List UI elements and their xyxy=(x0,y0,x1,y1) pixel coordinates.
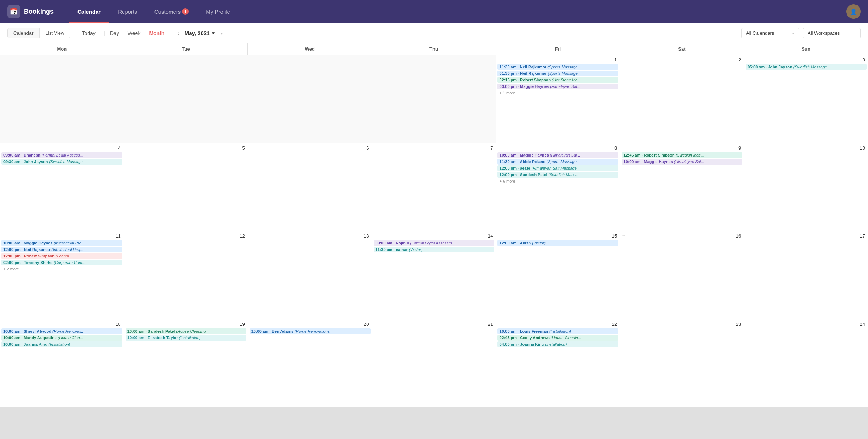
list-view-tab[interactable]: List View xyxy=(39,28,70,38)
date-16: 16 xyxy=(622,233,742,239)
calendars-chevron-icon: ⌄ xyxy=(791,31,795,35)
cell-may-5: 5 xyxy=(124,143,248,231)
event-louis[interactable]: 10:00 am · Louis Freeman (Installation) xyxy=(497,328,618,334)
date-13: 13 xyxy=(250,233,371,239)
workspaces-chevron-icon: ⌄ xyxy=(853,31,856,35)
date-3: 3 xyxy=(746,56,867,63)
date-21: 21 xyxy=(374,321,495,328)
cell-may-23: 23 xyxy=(620,319,744,407)
event-cecily[interactable]: 02:45 pm · Cecily Andrews (House Cleanin… xyxy=(497,335,618,341)
month-tab[interactable]: Month xyxy=(145,29,168,38)
logo-area: 📅 Bookings xyxy=(7,5,58,18)
today-button[interactable]: Today xyxy=(77,29,99,38)
date-5: 5 xyxy=(126,145,246,152)
header-fri: Fri xyxy=(496,43,620,55)
nav-item-reports[interactable]: Reports xyxy=(109,0,146,23)
event-john-2[interactable]: 09:30 am · John Jayson (Swedish Massage xyxy=(1,159,122,165)
event-mandy[interactable]: 10:00 am · Mandy Augustine (House Clea..… xyxy=(1,335,122,341)
event-maggie-3[interactable]: 10:00 am · Maggie Haynes (Himalayan Sal.… xyxy=(622,159,742,165)
more-btn-11[interactable]: + 2 more xyxy=(1,266,122,272)
date-20: 20 xyxy=(250,321,371,328)
nav-item-my-profile[interactable]: My Profile xyxy=(197,0,239,23)
event-najmul[interactable]: 09:00 am · Najmul (Formal Legal Assessm.… xyxy=(374,240,495,246)
prev-period-button[interactable]: ‹ xyxy=(175,29,181,37)
cell-may-15: 15 12:00 am · Anish (Visitor) xyxy=(496,231,620,319)
logo-icon: 📅 xyxy=(7,5,20,18)
date-15: 15 xyxy=(497,233,618,239)
date-1: 1 xyxy=(497,56,618,63)
date-24: 24 xyxy=(746,321,867,328)
cell-may-19: 19 10:00 am · Sandesh Patel (House Clean… xyxy=(124,319,248,407)
nav-item-customers[interactable]: Customers 1 xyxy=(146,0,198,23)
date-navigation: ‹ May, 2021 ▼ › xyxy=(175,29,224,37)
cell-may-6: 6 xyxy=(248,143,372,231)
event-sandesh-1[interactable]: 12:00 pm · Sandesh Patel (Swedish Massa.… xyxy=(497,172,618,178)
all-calendars-dropdown[interactable]: All Calendars ⌄ xyxy=(741,28,799,38)
date-6: 6 xyxy=(250,145,371,152)
current-period-label[interactable]: May, 2021 ▼ xyxy=(185,30,216,36)
date-22: 22 xyxy=(497,321,618,328)
all-workspaces-dropdown[interactable]: All Workspaces ⌄ xyxy=(803,28,861,38)
date-14: 14 xyxy=(374,233,495,239)
event-maggie-2[interactable]: 10:00 am · Maggie Haynes (Himalayan Sal.… xyxy=(497,152,618,158)
calendar-tab[interactable]: Calendar xyxy=(8,28,39,38)
nav-item-calendar[interactable]: Calendar xyxy=(69,0,109,23)
view-tabs: Calendar List View xyxy=(7,28,70,38)
header-thu: Thu xyxy=(372,43,496,55)
period-tabs: Day Week Month xyxy=(106,29,168,38)
day-tab[interactable]: Day xyxy=(106,29,123,38)
header-sun: Sun xyxy=(744,43,868,55)
event-robert-2[interactable]: 12:45 am · Robert Simpson (Swedish Mas..… xyxy=(622,152,742,158)
main-nav: Calendar Reports Customers 1 My Profile xyxy=(69,0,835,23)
date-7: 7 xyxy=(374,145,495,152)
customers-badge: 1 xyxy=(182,8,189,15)
calendar-grid: 1 11:30 am · Neil Rajkumar (Sports Massa… xyxy=(0,55,868,439)
event-robert-1[interactable]: 02:15 pm · Robert Simpson (Hot Stone Ma.… xyxy=(497,77,618,83)
cell-w1-wed xyxy=(248,55,372,143)
event-john-1[interactable]: 05:00 am · John Jayson (Swedish Massage xyxy=(746,64,867,70)
dropdown-arrow-icon: ▼ xyxy=(211,31,216,36)
event-elizabeth[interactable]: 10:00 am · Elizabeth Taylor (Installatio… xyxy=(126,335,246,341)
event-aeate[interactable]: 12:00 pm · aeate (Himalayan Salt Massage xyxy=(497,165,618,171)
header-tue: Tue xyxy=(124,43,248,55)
avatar[interactable]: 👤 xyxy=(846,4,861,19)
cell-may-20: 20 10:00 am · Ben Adams (Home Renovation… xyxy=(248,319,372,407)
more-options-button[interactable]: ··· xyxy=(622,233,625,238)
more-btn-8[interactable]: + 6 more xyxy=(497,178,618,184)
event-neil-3[interactable]: 12:00 pm · Neil Rajkumar (Intellectual P… xyxy=(1,247,122,252)
event-anish[interactable]: 12:00 am · Anish (Visitor) xyxy=(497,240,618,246)
cell-may-3: 3 05:00 am · John Jayson (Swedish Massag… xyxy=(744,55,868,143)
event-sheryl[interactable]: 10:00 am · Sheryl Atwood (Home Renovati.… xyxy=(1,328,122,334)
event-joanna-2[interactable]: 04:00 pm · Joanna King (Installation) xyxy=(497,341,618,347)
date-17: 17 xyxy=(746,233,867,239)
header-right: 👤 xyxy=(846,4,861,19)
more-btn-1[interactable]: + 1 more xyxy=(497,90,618,96)
date-4: 4 xyxy=(1,145,122,152)
header-mon: Mon xyxy=(0,43,124,55)
day-headers: Mon Tue Wed Thu Fri Sat Sun xyxy=(0,43,868,55)
cell-may-12: 12 xyxy=(124,231,248,319)
event-nainar[interactable]: 11:30 am · nainar (Visitor) xyxy=(374,247,495,252)
event-maggie-1[interactable]: 03:00 pm · Maggie Haynes (Himalayan Sal.… xyxy=(497,84,618,89)
header: 📅 Bookings Calendar Reports Customers 1 … xyxy=(0,0,868,23)
event-robert-3[interactable]: 12:00 pm · Robert Simpson (Loans) xyxy=(1,253,122,259)
event-sandesh-2[interactable]: 10:00 am · Sandesh Patel (House Cleaning xyxy=(126,328,246,334)
cell-may-7: 7 xyxy=(372,143,496,231)
event-joanna-1[interactable]: 10:00 am · Joanna King (Installation) xyxy=(1,341,122,347)
event-timothy[interactable]: 02:00 pm · Timothy Shirke (Corporate Com… xyxy=(1,260,122,265)
date-12: 12 xyxy=(126,233,246,239)
next-period-button[interactable]: › xyxy=(218,29,224,37)
cell-may-14: 14 09:00 am · Najmul (Formal Legal Asses… xyxy=(372,231,496,319)
week-tab[interactable]: Week xyxy=(124,29,144,38)
event-neil-2[interactable]: 01:30 pm · Neil Rajkumar (Sports Massage xyxy=(497,71,618,76)
cell-may-9: 9 12:45 am · Robert Simpson (Swedish Mas… xyxy=(620,143,744,231)
event-dhanesh[interactable]: 09:00 am · Dhanesh (Formal Legal Assess.… xyxy=(1,152,122,158)
event-neil-1[interactable]: 11:30 am · Neil Rajkumar (Sports Massage xyxy=(497,64,618,70)
cell-may-24: 24 xyxy=(744,319,868,407)
event-ben[interactable]: 10:00 am · Ben Adams (Home Renovations xyxy=(250,328,371,334)
date-8: 8 xyxy=(497,145,618,152)
event-abbie[interactable]: 11:30 am · Abbie Roland (Sports Massage, xyxy=(497,159,618,165)
cell-may-21: 21 xyxy=(372,319,496,407)
event-maggie-4[interactable]: 10:00 am · Maggie Haynes (Intellectual P… xyxy=(1,240,122,246)
date-23: 23 xyxy=(622,321,742,328)
